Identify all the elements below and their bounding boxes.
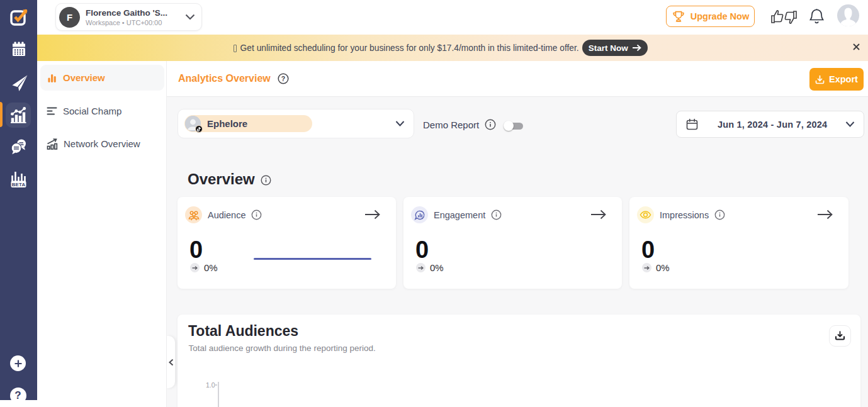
svg-text:BETA: BETA <box>11 182 25 187</box>
svg-text:?: ? <box>281 75 285 82</box>
